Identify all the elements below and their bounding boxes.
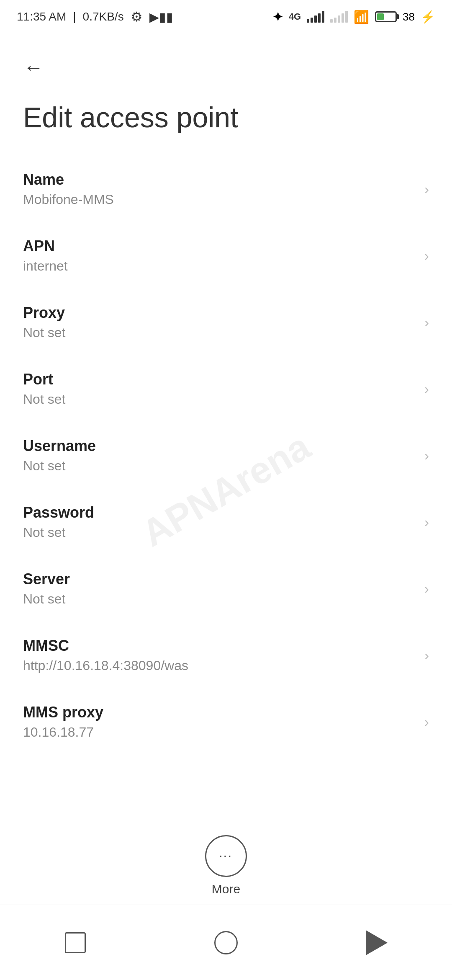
status-divider: |	[73, 10, 76, 23]
settings-item-proxy[interactable]: Proxy Not set ›	[0, 289, 452, 356]
settings-item-proxy-content: Proxy Not set	[23, 304, 416, 340]
nav-circle-icon	[214, 931, 238, 954]
network-4g-icon: 4G	[289, 11, 301, 22]
settings-item-server-value: Not set	[23, 591, 416, 607]
more-label: More	[212, 882, 240, 896]
settings-item-apn-content: APN internet	[23, 237, 416, 274]
status-right: ✦ 4G 📶 38 ⚡	[272, 10, 435, 24]
nav-recent-apps-button[interactable]	[59, 926, 92, 959]
settings-item-mms-proxy-value: 10.16.18.77	[23, 725, 416, 740]
chevron-right-icon: ›	[424, 314, 429, 330]
chevron-right-icon: ›	[424, 181, 429, 197]
nav-home-button[interactable]	[209, 926, 243, 959]
settings-item-mms-proxy[interactable]: MMS proxy 10.16.18.77 ›	[0, 689, 452, 755]
chevron-right-icon: ›	[424, 580, 429, 597]
settings-item-proxy-label: Proxy	[23, 304, 416, 322]
settings-item-port-value: Not set	[23, 392, 416, 407]
settings-list: Name Mobifone-MMS › APN internet › Proxy…	[0, 156, 452, 755]
more-section: ⋯ More	[0, 835, 452, 896]
nav-bar	[0, 905, 452, 980]
status-time: 11:35 AM	[17, 10, 66, 23]
charging-icon: ⚡	[421, 10, 435, 24]
settings-item-server-label: Server	[23, 570, 416, 588]
battery-percent: 38	[403, 10, 415, 23]
wifi-icon: 📶	[354, 10, 369, 24]
settings-item-username-value: Not set	[23, 458, 416, 474]
settings-item-proxy-value: Not set	[23, 325, 416, 340]
settings-item-mmsc[interactable]: MMSC http://10.16.18.4:38090/was ›	[0, 622, 452, 689]
settings-item-server[interactable]: Server Not set ›	[0, 555, 452, 622]
signal-bars-2	[330, 11, 348, 23]
more-dots-icon: ⋯	[218, 848, 234, 864]
status-bar: 11:35 AM | 0.7KB/s ⚙ ▶▮▮ ✦ 4G 📶 38	[0, 0, 452, 34]
settings-item-password-content: Password Not set	[23, 504, 416, 540]
back-area[interactable]: ←	[0, 34, 452, 92]
settings-item-port[interactable]: Port Not set ›	[0, 356, 452, 422]
settings-item-server-content: Server Not set	[23, 570, 416, 607]
status-left: 11:35 AM | 0.7KB/s ⚙ ▶▮▮	[17, 9, 173, 25]
chevron-right-icon: ›	[424, 514, 429, 530]
settings-item-username-label: Username	[23, 437, 416, 455]
nav-square-icon	[65, 932, 86, 953]
video-icon: ▶▮▮	[149, 10, 173, 24]
settings-item-apn-label: APN	[23, 237, 416, 255]
chevron-right-icon: ›	[424, 248, 429, 264]
settings-item-password[interactable]: Password Not set ›	[0, 489, 452, 555]
page-title: Edit access point	[0, 92, 452, 156]
settings-item-name-content: Name Mobifone-MMS	[23, 171, 416, 207]
status-speed: 0.7KB/s	[83, 10, 124, 23]
back-arrow-icon: ←	[23, 56, 44, 79]
nav-triangle-icon	[366, 930, 388, 955]
settings-item-port-label: Port	[23, 371, 416, 388]
settings-item-mmsc-label: MMSC	[23, 637, 416, 655]
nav-back-button[interactable]	[360, 926, 393, 959]
settings-item-name[interactable]: Name Mobifone-MMS ›	[0, 156, 452, 222]
settings-item-username[interactable]: Username Not set ›	[0, 422, 452, 489]
back-button[interactable]: ←	[17, 50, 50, 84]
bluetooth-icon: ✦	[272, 10, 283, 24]
chevron-right-icon: ›	[424, 647, 429, 663]
battery-indicator: 38	[375, 10, 415, 23]
settings-item-mms-proxy-content: MMS proxy 10.16.18.77	[23, 704, 416, 740]
chevron-right-icon: ›	[424, 714, 429, 730]
settings-item-password-label: Password	[23, 504, 416, 521]
settings-item-name-value: Mobifone-MMS	[23, 192, 416, 207]
settings-item-username-content: Username Not set	[23, 437, 416, 474]
settings-item-apn-value: internet	[23, 258, 416, 274]
signal-bars-1	[307, 11, 324, 23]
settings-item-mmsc-content: MMSC http://10.16.18.4:38090/was	[23, 637, 416, 673]
settings-item-password-value: Not set	[23, 525, 416, 540]
settings-item-mms-proxy-label: MMS proxy	[23, 704, 416, 721]
chevron-right-icon: ›	[424, 381, 429, 397]
settings-icon: ⚙	[131, 9, 143, 25]
settings-item-name-label: Name	[23, 171, 416, 188]
settings-item-port-content: Port Not set	[23, 371, 416, 407]
more-button[interactable]: ⋯	[205, 835, 247, 877]
settings-item-mmsc-value: http://10.16.18.4:38090/was	[23, 658, 416, 673]
chevron-right-icon: ›	[424, 447, 429, 464]
settings-item-apn[interactable]: APN internet ›	[0, 222, 452, 289]
